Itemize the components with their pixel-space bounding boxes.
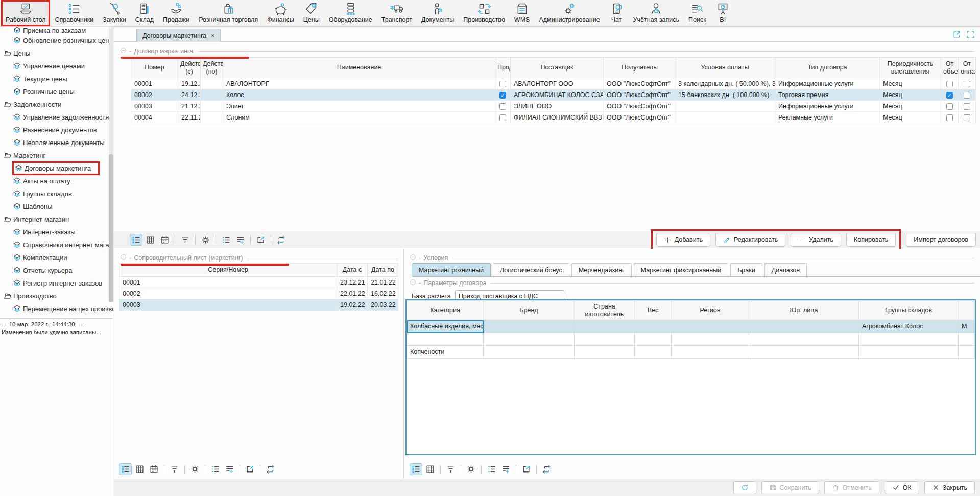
- tree-item[interactable]: Акты на оплату: [0, 175, 113, 187]
- collapse-icon[interactable]: [410, 254, 416, 262]
- grid-icon[interactable]: [424, 463, 437, 475]
- toolbar-item-laptop[interactable]: Рабочий стол: [1, 0, 50, 26]
- column-header[interactable]: Вес: [635, 301, 672, 320]
- toolbar-item-building[interactable]: Склад: [131, 0, 158, 26]
- toolbar-item-person-lock[interactable]: Учётная запись: [629, 0, 684, 26]
- import-contracts-button[interactable]: Импорт договоров: [906, 233, 976, 247]
- tree-item[interactable]: Перемещение на цех производства: [0, 302, 113, 315]
- toolbar-item-trolley[interactable]: Закупки: [98, 0, 131, 26]
- toolbar-item-search-list[interactable]: Поиск: [684, 0, 711, 26]
- table-cell[interactable]: М: [959, 320, 975, 333]
- table-cell[interactable]: 23.12.21: [337, 277, 368, 288]
- table-cell[interactable]: 22.11.21: [178, 112, 201, 123]
- conditions-tab[interactable]: Браки: [730, 263, 762, 276]
- table-cell[interactable]: [635, 346, 672, 359]
- conditions-tab[interactable]: Диапазон: [764, 263, 807, 276]
- table-cell[interactable]: 19.02.22: [337, 299, 368, 311]
- column-header[interactable]: Условия оплаты: [675, 58, 775, 78]
- column-header[interactable]: Бренд: [484, 301, 575, 320]
- table-cell[interactable]: 16.02.22: [368, 288, 398, 299]
- checkbox[interactable]: [499, 114, 506, 121]
- grid-icon[interactable]: [133, 463, 146, 475]
- checkbox[interactable]: [946, 114, 953, 121]
- table-cell[interactable]: [201, 101, 223, 112]
- list-view-icon[interactable]: [119, 463, 132, 475]
- column-header[interactable]: Наименование: [223, 58, 495, 78]
- add-list-icon[interactable]: [499, 463, 512, 475]
- table-row[interactable]: 0000319.02.2220.03.22: [119, 299, 398, 311]
- external-link-icon[interactable]: [254, 234, 267, 246]
- table-cell[interactable]: ООО "ЛюксСофтОпт": [604, 112, 675, 123]
- sync-icon[interactable]: [540, 463, 553, 475]
- table-cell[interactable]: АВАЛОНТОРГ ООО: [511, 78, 604, 89]
- checkbox[interactable]: [499, 81, 506, 87]
- table-cell[interactable]: [407, 333, 484, 346]
- table-cell[interactable]: [201, 89, 223, 101]
- table-cell[interactable]: [575, 333, 635, 346]
- table-cell[interactable]: 00002: [119, 288, 337, 299]
- table-cell[interactable]: 00001: [119, 277, 337, 288]
- сохранить-button[interactable]: Сохранить: [761, 481, 819, 494]
- table-cell[interactable]: 24.12.21: [178, 89, 201, 101]
- table-cell[interactable]: [859, 333, 959, 346]
- toolbar-item-piggy-bank[interactable]: Финансы: [262, 0, 298, 26]
- external-link-icon[interactable]: [520, 463, 533, 475]
- add-list-icon[interactable]: [234, 234, 247, 246]
- toolbar-item-boxes-swap[interactable]: Производство: [459, 0, 510, 26]
- grid-icon[interactable]: [144, 234, 157, 246]
- table-cell[interactable]: 00004: [131, 112, 178, 123]
- collapse-icon[interactable]: [120, 47, 127, 55]
- tab-close-icon[interactable]: ×: [211, 32, 214, 39]
- ок-button[interactable]: ОК: [885, 481, 919, 494]
- table-cell[interactable]: 19.12.21: [178, 78, 201, 89]
- table-cell[interactable]: [749, 346, 859, 359]
- gear-icon[interactable]: [465, 463, 477, 475]
- table-cell[interactable]: 21.01.22: [368, 277, 398, 288]
- tree-item[interactable]: Управление задолженностями: [0, 111, 113, 124]
- table-cell[interactable]: Копчености: [407, 346, 484, 359]
- column-header[interactable]: Номер: [131, 58, 178, 78]
- tree-item[interactable]: Приемка по заказам: [0, 27, 113, 34]
- conditions-tab[interactable]: Маркетинг розничный: [412, 263, 491, 276]
- conditions-tab[interactable]: Маркетинг фиксированный: [634, 263, 728, 276]
- table-cell[interactable]: Агрокомбинат Колос: [859, 320, 959, 333]
- table-cell[interactable]: [484, 333, 575, 346]
- checkbox[interactable]: [499, 103, 506, 110]
- table-cell[interactable]: [749, 320, 859, 333]
- закрыть-button[interactable]: Закрыть: [924, 481, 975, 494]
- отменить-button[interactable]: Отменить: [824, 481, 879, 494]
- tree-item[interactable]: Договоры маркетинга: [0, 162, 113, 175]
- tree-item[interactable]: Регистр интернет заказов: [0, 277, 113, 290]
- column-header[interactable]: Дата по: [368, 264, 398, 277]
- column-header[interactable]: Действу (с): [178, 58, 201, 78]
- table-cell[interactable]: Месяц: [880, 112, 941, 123]
- table-cell[interactable]: [575, 346, 635, 359]
- checkbox[interactable]: [964, 81, 970, 87]
- table-cell[interactable]: 21.12.21: [178, 101, 201, 112]
- calendar-icon[interactable]: [148, 463, 160, 475]
- tree-item[interactable]: Группы складов: [0, 187, 113, 200]
- checkbox[interactable]: ✓: [499, 92, 506, 99]
- table-cell[interactable]: [959, 333, 975, 346]
- checkbox[interactable]: [964, 103, 970, 110]
- calendar-icon[interactable]: [158, 234, 171, 246]
- checkbox[interactable]: ✓: [946, 92, 953, 99]
- toolbar-item-server[interactable]: Оборудование: [324, 0, 377, 26]
- column-header[interactable]: Тип договора: [775, 58, 880, 78]
- table-cell[interactable]: [859, 346, 959, 359]
- toolbar-item-bi-presentation[interactable]: BI: [711, 0, 735, 26]
- collapse-icon[interactable]: [410, 279, 416, 287]
- tree-item[interactable]: Неоплаченные документы: [0, 136, 113, 149]
- table-cell[interactable]: [635, 320, 672, 333]
- column-header[interactable]: Страна изготовитель: [575, 301, 635, 320]
- table-cell[interactable]: 00003: [119, 299, 337, 311]
- conditions-tab[interactable]: Логистический бонус: [493, 263, 569, 276]
- добавить-button[interactable]: Добавить: [656, 233, 710, 247]
- table-cell[interactable]: Месяц: [880, 78, 941, 89]
- table-cell[interactable]: ЭЛИНГ ООО: [511, 101, 604, 112]
- table-cell[interactable]: АВАЛОНТОРГ: [223, 78, 495, 89]
- checkbox[interactable]: [964, 114, 970, 121]
- tree-item[interactable]: Комплектации: [0, 251, 113, 264]
- table-row[interactable]: 0000119.12.21АВАЛОНТОРГАВАЛОНТОРГ ОООООО…: [131, 78, 976, 89]
- table-cell[interactable]: [484, 346, 575, 359]
